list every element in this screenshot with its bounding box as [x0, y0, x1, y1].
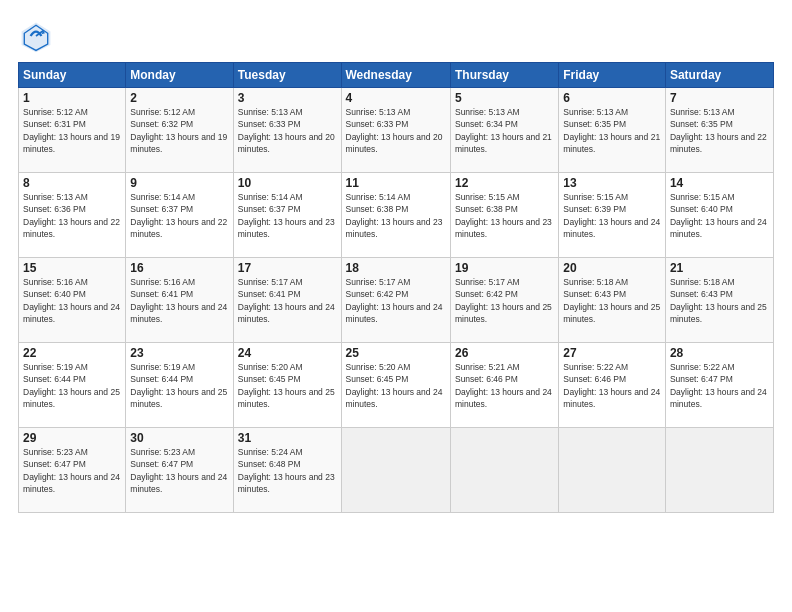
- day-number: 19: [455, 261, 554, 275]
- calendar-week-row: 8 Sunrise: 5:13 AMSunset: 6:36 PMDayligh…: [19, 173, 774, 258]
- calendar-cell: 6 Sunrise: 5:13 AMSunset: 6:35 PMDayligh…: [559, 88, 666, 173]
- day-number: 12: [455, 176, 554, 190]
- calendar-cell: 10 Sunrise: 5:14 AMSunset: 6:37 PMDaylig…: [233, 173, 341, 258]
- calendar-cell: 29 Sunrise: 5:23 AMSunset: 6:47 PMDaylig…: [19, 428, 126, 513]
- day-detail: Sunrise: 5:13 AMSunset: 6:35 PMDaylight:…: [670, 107, 767, 154]
- calendar-cell: 11 Sunrise: 5:14 AMSunset: 6:38 PMDaylig…: [341, 173, 450, 258]
- calendar-cell: 13 Sunrise: 5:15 AMSunset: 6:39 PMDaylig…: [559, 173, 666, 258]
- col-header-thursday: Thursday: [450, 63, 558, 88]
- day-number: 1: [23, 91, 121, 105]
- day-detail: Sunrise: 5:16 AMSunset: 6:40 PMDaylight:…: [23, 277, 120, 324]
- calendar-cell: 24 Sunrise: 5:20 AMSunset: 6:45 PMDaylig…: [233, 343, 341, 428]
- day-detail: Sunrise: 5:13 AMSunset: 6:35 PMDaylight:…: [563, 107, 660, 154]
- day-number: 14: [670, 176, 769, 190]
- day-detail: Sunrise: 5:22 AMSunset: 6:47 PMDaylight:…: [670, 362, 767, 409]
- col-header-saturday: Saturday: [665, 63, 773, 88]
- calendar-week-row: 1 Sunrise: 5:12 AMSunset: 6:31 PMDayligh…: [19, 88, 774, 173]
- day-number: 15: [23, 261, 121, 275]
- day-number: 30: [130, 431, 228, 445]
- day-number: 20: [563, 261, 661, 275]
- day-number: 7: [670, 91, 769, 105]
- day-detail: Sunrise: 5:14 AMSunset: 6:37 PMDaylight:…: [130, 192, 227, 239]
- calendar-cell: 3 Sunrise: 5:13 AMSunset: 6:33 PMDayligh…: [233, 88, 341, 173]
- calendar-cell: 26 Sunrise: 5:21 AMSunset: 6:46 PMDaylig…: [450, 343, 558, 428]
- day-number: 9: [130, 176, 228, 190]
- day-number: 22: [23, 346, 121, 360]
- calendar-cell: 20 Sunrise: 5:18 AMSunset: 6:43 PMDaylig…: [559, 258, 666, 343]
- calendar-week-row: 15 Sunrise: 5:16 AMSunset: 6:40 PMDaylig…: [19, 258, 774, 343]
- day-number: 5: [455, 91, 554, 105]
- calendar-cell: 1 Sunrise: 5:12 AMSunset: 6:31 PMDayligh…: [19, 88, 126, 173]
- day-detail: Sunrise: 5:17 AMSunset: 6:42 PMDaylight:…: [346, 277, 443, 324]
- logo: [18, 18, 58, 54]
- day-number: 29: [23, 431, 121, 445]
- calendar-cell: 30 Sunrise: 5:23 AMSunset: 6:47 PMDaylig…: [126, 428, 233, 513]
- day-number: 18: [346, 261, 446, 275]
- day-number: 31: [238, 431, 337, 445]
- calendar-cell: 15 Sunrise: 5:16 AMSunset: 6:40 PMDaylig…: [19, 258, 126, 343]
- day-detail: Sunrise: 5:17 AMSunset: 6:41 PMDaylight:…: [238, 277, 335, 324]
- col-header-friday: Friday: [559, 63, 666, 88]
- page-header: [18, 18, 774, 54]
- day-number: 25: [346, 346, 446, 360]
- calendar-cell: 25 Sunrise: 5:20 AMSunset: 6:45 PMDaylig…: [341, 343, 450, 428]
- day-detail: Sunrise: 5:12 AMSunset: 6:31 PMDaylight:…: [23, 107, 120, 154]
- day-detail: Sunrise: 5:13 AMSunset: 6:33 PMDaylight:…: [238, 107, 335, 154]
- day-number: 3: [238, 91, 337, 105]
- day-number: 26: [455, 346, 554, 360]
- day-number: 24: [238, 346, 337, 360]
- col-header-wednesday: Wednesday: [341, 63, 450, 88]
- day-number: 4: [346, 91, 446, 105]
- day-number: 28: [670, 346, 769, 360]
- calendar-header-row: SundayMondayTuesdayWednesdayThursdayFrid…: [19, 63, 774, 88]
- day-number: 13: [563, 176, 661, 190]
- calendar-cell: 18 Sunrise: 5:17 AMSunset: 6:42 PMDaylig…: [341, 258, 450, 343]
- day-detail: Sunrise: 5:23 AMSunset: 6:47 PMDaylight:…: [130, 447, 227, 494]
- day-detail: Sunrise: 5:18 AMSunset: 6:43 PMDaylight:…: [670, 277, 767, 324]
- calendar-cell: 16 Sunrise: 5:16 AMSunset: 6:41 PMDaylig…: [126, 258, 233, 343]
- day-detail: Sunrise: 5:13 AMSunset: 6:33 PMDaylight:…: [346, 107, 443, 154]
- day-detail: Sunrise: 5:24 AMSunset: 6:48 PMDaylight:…: [238, 447, 335, 494]
- day-detail: Sunrise: 5:13 AMSunset: 6:34 PMDaylight:…: [455, 107, 552, 154]
- calendar-cell: [450, 428, 558, 513]
- calendar-cell: [559, 428, 666, 513]
- day-number: 2: [130, 91, 228, 105]
- calendar-week-row: 29 Sunrise: 5:23 AMSunset: 6:47 PMDaylig…: [19, 428, 774, 513]
- day-detail: Sunrise: 5:14 AMSunset: 6:38 PMDaylight:…: [346, 192, 443, 239]
- day-detail: Sunrise: 5:14 AMSunset: 6:37 PMDaylight:…: [238, 192, 335, 239]
- day-number: 10: [238, 176, 337, 190]
- col-header-monday: Monday: [126, 63, 233, 88]
- day-detail: Sunrise: 5:22 AMSunset: 6:46 PMDaylight:…: [563, 362, 660, 409]
- day-number: 21: [670, 261, 769, 275]
- day-detail: Sunrise: 5:15 AMSunset: 6:38 PMDaylight:…: [455, 192, 552, 239]
- day-detail: Sunrise: 5:20 AMSunset: 6:45 PMDaylight:…: [238, 362, 335, 409]
- calendar-cell: 21 Sunrise: 5:18 AMSunset: 6:43 PMDaylig…: [665, 258, 773, 343]
- day-detail: Sunrise: 5:17 AMSunset: 6:42 PMDaylight:…: [455, 277, 552, 324]
- logo-icon: [18, 18, 54, 54]
- calendar-cell: 31 Sunrise: 5:24 AMSunset: 6:48 PMDaylig…: [233, 428, 341, 513]
- day-number: 8: [23, 176, 121, 190]
- calendar-cell: 8 Sunrise: 5:13 AMSunset: 6:36 PMDayligh…: [19, 173, 126, 258]
- calendar-week-row: 22 Sunrise: 5:19 AMSunset: 6:44 PMDaylig…: [19, 343, 774, 428]
- day-number: 11: [346, 176, 446, 190]
- calendar-cell: 17 Sunrise: 5:17 AMSunset: 6:41 PMDaylig…: [233, 258, 341, 343]
- calendar-cell: 14 Sunrise: 5:15 AMSunset: 6:40 PMDaylig…: [665, 173, 773, 258]
- day-detail: Sunrise: 5:20 AMSunset: 6:45 PMDaylight:…: [346, 362, 443, 409]
- calendar-cell: 7 Sunrise: 5:13 AMSunset: 6:35 PMDayligh…: [665, 88, 773, 173]
- calendar-cell: 12 Sunrise: 5:15 AMSunset: 6:38 PMDaylig…: [450, 173, 558, 258]
- day-detail: Sunrise: 5:15 AMSunset: 6:40 PMDaylight:…: [670, 192, 767, 239]
- calendar-cell: 23 Sunrise: 5:19 AMSunset: 6:44 PMDaylig…: [126, 343, 233, 428]
- day-detail: Sunrise: 5:16 AMSunset: 6:41 PMDaylight:…: [130, 277, 227, 324]
- day-number: 17: [238, 261, 337, 275]
- day-detail: Sunrise: 5:19 AMSunset: 6:44 PMDaylight:…: [23, 362, 120, 409]
- day-number: 16: [130, 261, 228, 275]
- day-detail: Sunrise: 5:23 AMSunset: 6:47 PMDaylight:…: [23, 447, 120, 494]
- calendar-cell: 27 Sunrise: 5:22 AMSunset: 6:46 PMDaylig…: [559, 343, 666, 428]
- day-detail: Sunrise: 5:21 AMSunset: 6:46 PMDaylight:…: [455, 362, 552, 409]
- svg-marker-0: [22, 23, 51, 53]
- day-detail: Sunrise: 5:15 AMSunset: 6:39 PMDaylight:…: [563, 192, 660, 239]
- calendar-table: SundayMondayTuesdayWednesdayThursdayFrid…: [18, 62, 774, 513]
- day-number: 23: [130, 346, 228, 360]
- calendar-cell: [341, 428, 450, 513]
- calendar-cell: 22 Sunrise: 5:19 AMSunset: 6:44 PMDaylig…: [19, 343, 126, 428]
